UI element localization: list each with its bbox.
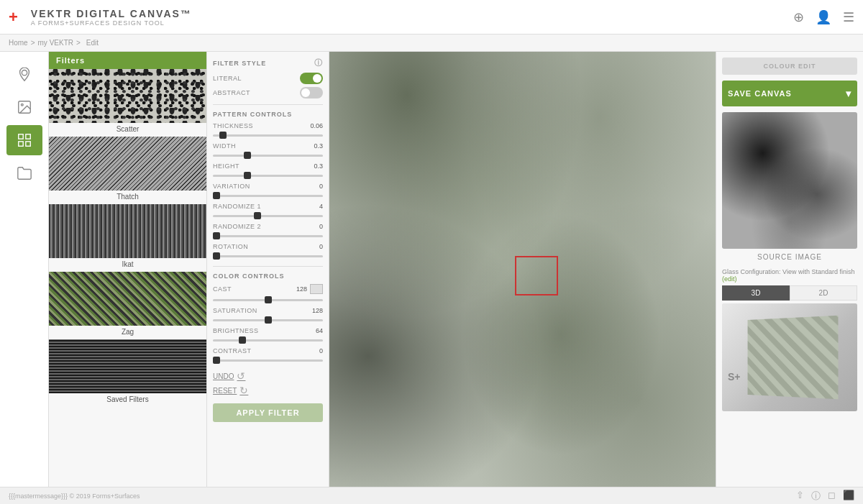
breadcrumb-sep2: > xyxy=(76,39,81,47)
randomize1-label: RANDOMIZE 1 xyxy=(213,203,261,210)
filter-thumb-ikat xyxy=(49,204,206,258)
variation-slider[interactable] xyxy=(213,195,323,197)
filter-label-thatch: Thatch xyxy=(49,191,206,204)
randomize1-slider[interactable] xyxy=(213,215,323,217)
cast-slider[interactable] xyxy=(213,299,323,301)
filter-thumb-saved xyxy=(49,339,206,393)
randomize1-slider-container xyxy=(213,211,323,220)
app-subtitle: A FORMS+SURFACES DESIGN TOOL xyxy=(31,19,192,27)
thickness-slider-container xyxy=(213,131,323,139)
breadcrumb-my-vektr[interactable]: my VEKTR xyxy=(38,39,73,47)
thickness-label: THICKNESS xyxy=(213,122,253,129)
main-canvas[interactable] xyxy=(329,52,716,487)
brightness-slider-container xyxy=(213,336,323,344)
social-icon[interactable]: ◻ xyxy=(828,490,836,503)
filter-thumb-scatter xyxy=(49,69,206,123)
abstract-toggle[interactable] xyxy=(300,87,323,98)
breadcrumb-edit: Edit xyxy=(86,39,99,47)
cast-label: CAST xyxy=(213,285,232,293)
saturation-label: SATURATION xyxy=(213,307,257,314)
cast-color-swatch[interactable] xyxy=(310,284,323,294)
menu-icon[interactable]: ☰ xyxy=(843,9,854,25)
source-image-bg xyxy=(722,112,857,249)
share-icon[interactable]: ⇧ xyxy=(796,490,804,503)
filter-item-thatch[interactable]: Thatch xyxy=(49,137,206,204)
reset-icon: ↻ xyxy=(239,385,248,396)
preview-3d-bg: S+ xyxy=(722,303,857,411)
nav-folder[interactable] xyxy=(6,158,42,188)
filter-item-zag[interactable]: Zag xyxy=(49,272,206,339)
glass-config-label: Glass Configuration: View with Standard … xyxy=(722,268,857,283)
undo-reset-row: UNDO ↺ RESET ↻ xyxy=(213,370,323,396)
breadcrumb: Home > my VEKTR > Edit xyxy=(0,35,863,52)
thickness-control: THICKNESS 0.06 xyxy=(213,122,323,139)
undo-link[interactable]: UNDO ↺ xyxy=(213,370,323,382)
filter-sidebar: Filters Scatter Thatch Ikat Zag Saved Fi… xyxy=(49,52,207,487)
randomize1-value: 4 xyxy=(319,203,323,210)
height-slider[interactable] xyxy=(213,175,323,177)
brightness-control: BRIGHTNESS 64 xyxy=(213,327,323,344)
tab-2d[interactable]: 2D xyxy=(790,285,857,301)
literal-toggle-row: LITERAL xyxy=(213,73,323,84)
variation-value: 0 xyxy=(319,183,323,190)
literal-toggle[interactable] xyxy=(300,73,323,84)
randomize2-slider-container xyxy=(213,232,323,240)
filter-header: Filters xyxy=(49,52,206,69)
randomize2-label: RANDOMIZE 2 xyxy=(213,223,261,230)
cast-label-row: CAST 128 xyxy=(213,284,323,294)
nav-grid[interactable] xyxy=(6,125,42,155)
undo-icon: ↺ xyxy=(237,370,245,382)
filter-item-saved[interactable]: Saved Filters xyxy=(49,339,206,407)
thickness-slider[interactable] xyxy=(213,134,323,137)
glass-config-edit-link[interactable]: (edit) xyxy=(722,275,737,283)
width-label-row: WIDTH 0.3 xyxy=(213,142,323,150)
reset-link[interactable]: RESET ↻ xyxy=(213,385,323,396)
filter-item-ikat[interactable]: Ikat xyxy=(49,204,206,272)
source-image-label: SOURCE IMAGE xyxy=(722,253,857,261)
footer: {{{mastermessage}}} © 2019 Forms+Surface… xyxy=(0,487,863,504)
download-icon[interactable]: ⬛ xyxy=(843,490,854,503)
filter-style-info-icon[interactable]: ⓘ xyxy=(314,58,323,68)
saturation-slider[interactable] xyxy=(213,319,323,321)
info-circle-icon[interactable]: ⓘ xyxy=(811,490,821,503)
svg-point-2 xyxy=(21,104,23,106)
contrast-label-row: CONTRAST 0 xyxy=(213,347,323,354)
saturation-control: SATURATION 128 xyxy=(213,307,323,324)
brightness-slider[interactable] xyxy=(213,339,323,342)
source-image-area xyxy=(722,112,857,249)
footer-copyright: © 2019 Forms+Surfaces xyxy=(70,492,140,500)
add-icon[interactable]: ⊕ xyxy=(793,9,804,25)
contrast-slider[interactable] xyxy=(213,359,323,362)
filter-item-scatter[interactable]: Scatter xyxy=(49,69,206,137)
filter-label-ikat: Ikat xyxy=(49,258,206,272)
brightness-value: 64 xyxy=(316,327,323,334)
contrast-value: 0 xyxy=(319,347,323,354)
apply-filter-button[interactable]: APPLY FILTER xyxy=(213,403,323,422)
save-canvas-arrow-icon: ▾ xyxy=(846,88,851,99)
color-edit-button[interactable]: COLOUR EDIT xyxy=(722,58,857,75)
cast-value: 128 xyxy=(296,285,307,293)
save-canvas-button[interactable]: SAVE CANVAS ▾ xyxy=(722,81,857,106)
randomize1-control: RANDOMIZE 1 4 xyxy=(213,203,323,220)
nav-gallery[interactable] xyxy=(6,92,42,122)
randomize2-value: 0 xyxy=(319,223,323,230)
randomize2-slider[interactable] xyxy=(213,235,323,237)
variation-label-row: VARIATION 0 xyxy=(213,183,323,190)
width-slider[interactable] xyxy=(213,155,323,157)
tab-3d[interactable]: 3D xyxy=(722,285,790,301)
rotation-slider[interactable] xyxy=(213,255,323,257)
logo-plus-icon: + xyxy=(9,8,18,27)
footer-message: {{{mastermessage}}} xyxy=(9,492,68,500)
brightness-label-row: BRIGHTNESS 64 xyxy=(213,327,323,334)
cast-value-row: 128 xyxy=(296,284,323,294)
svg-point-0 xyxy=(22,70,27,75)
controls-panel: FILTER STYLE ⓘ LITERAL ABSTRACT PATTERN … xyxy=(207,52,329,487)
header: + VEKTR DIGITAL CANVAS™ A FORMS+SURFACES… xyxy=(0,0,863,35)
nav-location[interactable] xyxy=(6,59,42,89)
filter-label-saved: Saved Filters xyxy=(49,393,206,407)
app-title: VEKTR DIGITAL CANVAS™ xyxy=(31,8,192,19)
user-icon[interactable]: 👤 xyxy=(816,9,831,25)
rotation-value: 0 xyxy=(319,243,323,250)
breadcrumb-home[interactable]: Home xyxy=(9,39,28,47)
variation-slider-container xyxy=(213,191,323,200)
